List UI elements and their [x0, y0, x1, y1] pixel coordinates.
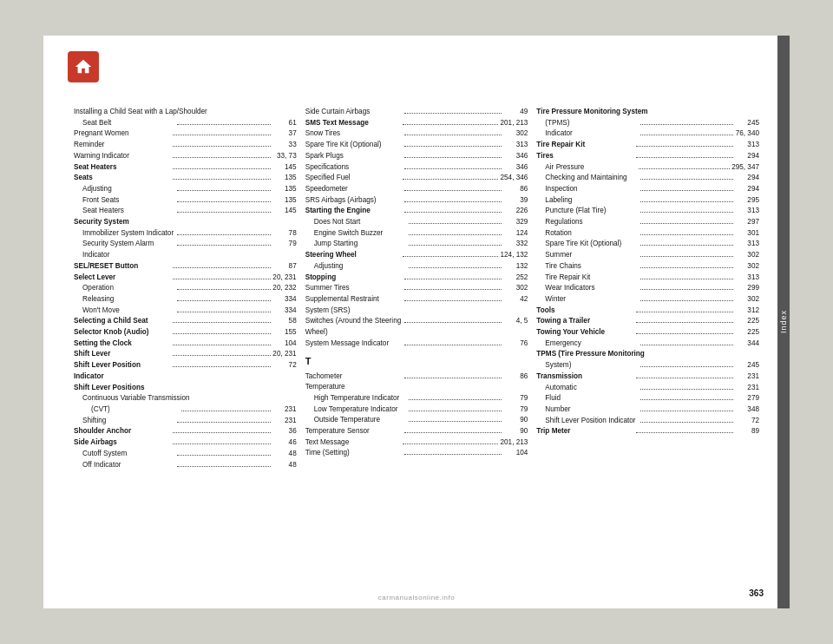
- entry-page: 33: [272, 140, 297, 151]
- entry-dots: [640, 345, 733, 345]
- entry-text: Immobilizer System Indicator: [82, 228, 175, 240]
- entry-page: 90: [503, 426, 528, 437]
- entry-text: Stopping: [305, 273, 403, 284]
- entry-dots: [173, 146, 270, 147]
- entry-dots: [404, 322, 502, 323]
- entry-page: 20, 231: [272, 349, 297, 360]
- entry-dots: [404, 168, 502, 169]
- watermark: carmanualsonline.info: [378, 594, 455, 601]
- list-item: Cutoff System48: [74, 449, 297, 460]
- entry-text: SRS Airbags (Airbags): [305, 195, 403, 207]
- list-item: Continuous Variable Transmission: [74, 393, 297, 404]
- list-item: Immobilizer System Indicator78: [74, 228, 297, 240]
- entry-dots: [636, 312, 733, 312]
- entry-dots: [404, 432, 502, 433]
- list-item: Inspection294: [536, 184, 759, 195]
- entry-text: Selector Knob (Audio): [74, 327, 171, 338]
- entry-dots: [404, 113, 502, 114]
- list-item: Does Not Start329: [305, 217, 528, 228]
- entry-dots: [173, 168, 270, 169]
- entry-text: Operation: [82, 283, 175, 294]
- list-item: Time (Setting)104: [305, 448, 528, 459]
- entry-text: Starting the Engine: [305, 206, 403, 217]
- entry-dots: [177, 300, 270, 301]
- entry-text: Security System Alarm Indicator: [82, 239, 175, 260]
- list-item: Front Seats135: [74, 195, 297, 207]
- entry-dots: [404, 146, 502, 147]
- entry-text: System Message Indicator: [305, 338, 403, 350]
- list-item: Side Curtain Airbags49: [305, 107, 528, 118]
- list-item: Tire Repair Kit313: [536, 140, 759, 151]
- entry-text: Shift Lever Positions: [74, 384, 144, 391]
- list-item: Labeling295: [536, 195, 759, 207]
- entry-dots: [403, 179, 498, 180]
- entry-text: Spare Tire Kit (Optional): [305, 140, 403, 151]
- entry-page: 124: [503, 228, 528, 240]
- entry-text: Towing Your Vehicle: [536, 327, 633, 338]
- list-item: Spare Tire Kit (Optional)313: [536, 239, 759, 250]
- list-item: Engine Switch Buzzer124: [305, 228, 528, 240]
- entry-text: Security System: [74, 218, 129, 226]
- list-item: Reminder33: [74, 140, 297, 151]
- entry-page: 334: [272, 294, 297, 306]
- home-icon[interactable]: [68, 51, 99, 82]
- list-item: Rotation301: [536, 228, 759, 240]
- entry-text: Emergency: [545, 338, 638, 350]
- list-item: Summer302: [536, 250, 759, 261]
- entry-text: Summer Tires: [305, 283, 403, 294]
- entry-dots: [177, 312, 270, 312]
- list-item: Summer Tires302: [305, 283, 528, 294]
- entry-text: Shift Lever: [74, 349, 171, 360]
- entry-dots: [640, 399, 733, 400]
- list-item: Snow Tires302: [305, 128, 528, 140]
- entry-text: Select Lever: [74, 273, 171, 284]
- entry-page: 302: [735, 294, 759, 306]
- entry-dots: [177, 455, 270, 456]
- entry-page: 313: [735, 206, 759, 217]
- list-item: Tire Repair Kit313: [536, 273, 759, 284]
- entry-dots: [173, 345, 270, 345]
- entry-text: Fluid: [545, 393, 638, 404]
- entry-dots: [173, 366, 270, 367]
- entry-page: 145: [272, 206, 297, 217]
- home-icon-area: [68, 51, 99, 82]
- entry-page: 313: [735, 140, 759, 151]
- entry-page: 225: [735, 316, 759, 327]
- entry-page: 294: [735, 184, 759, 195]
- entry-dots: [636, 146, 733, 147]
- entry-text: Tire Chains: [545, 261, 638, 273]
- entry-page: 72: [272, 360, 297, 371]
- page-number: 363: [749, 588, 764, 598]
- list-item: Shift Lever Position Indicator72: [74, 360, 297, 382]
- home-svg: [74, 57, 93, 76]
- entry-page: 294: [735, 151, 759, 162]
- entry-text: Installing a Child Seat with a Lap/Shoul…: [74, 108, 207, 115]
- entry-text: SMS Text Message: [305, 118, 401, 129]
- entry-dots: [640, 366, 733, 367]
- entry-text: Indicator: [545, 128, 638, 140]
- right-sidebar: Index: [777, 36, 790, 608]
- entry-text: Shifting: [82, 416, 175, 427]
- list-item: Operation20, 232: [74, 283, 297, 294]
- entry-dots: [640, 190, 733, 191]
- list-item: System Message Indicator76: [305, 338, 528, 350]
- entry-page: 252: [503, 273, 528, 284]
- entry-page: 313: [735, 239, 759, 250]
- entry-page: 89: [735, 426, 759, 437]
- list-item: Text Message201, 213: [305, 437, 528, 449]
- list-item: Spark Plugs346: [305, 151, 528, 162]
- entry-dots: [173, 179, 270, 180]
- list-item: Setting the Clock104: [74, 338, 297, 350]
- list-item: Tachometer86: [305, 371, 528, 383]
- entry-page: 231: [272, 404, 297, 416]
- list-item: Spare Tire Kit (Optional)313: [305, 140, 528, 151]
- column-2: Side Curtain Airbags49SMS Text Message20…: [305, 107, 537, 582]
- list-item: Automatic231: [536, 383, 759, 394]
- entry-dots: [404, 345, 502, 345]
- entry-dots: [173, 444, 270, 444]
- entry-dots: [177, 212, 270, 213]
- entry-text: Air Pressure: [545, 162, 636, 174]
- entry-page: 313: [735, 273, 759, 284]
- entry-text: Selecting a Child Seat: [74, 316, 171, 327]
- entry-dots: [177, 289, 270, 290]
